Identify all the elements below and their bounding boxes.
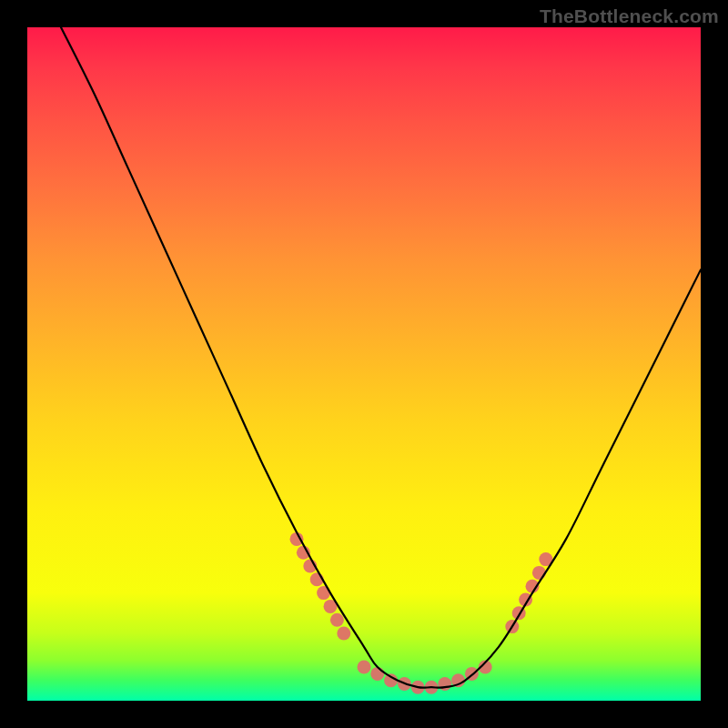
marker-dot xyxy=(358,661,371,674)
plot-area xyxy=(27,27,701,701)
marker-dot xyxy=(370,667,384,681)
marker-layer xyxy=(290,532,553,694)
marker-dot xyxy=(337,627,350,641)
marker-dot xyxy=(330,613,344,627)
chart-frame: TheBottleneck.com xyxy=(0,0,728,728)
watermark-text: TheBottleneck.com xyxy=(540,5,719,27)
chart-svg xyxy=(27,27,701,701)
marker-dot xyxy=(532,566,546,580)
bottleneck-curve xyxy=(61,27,701,688)
